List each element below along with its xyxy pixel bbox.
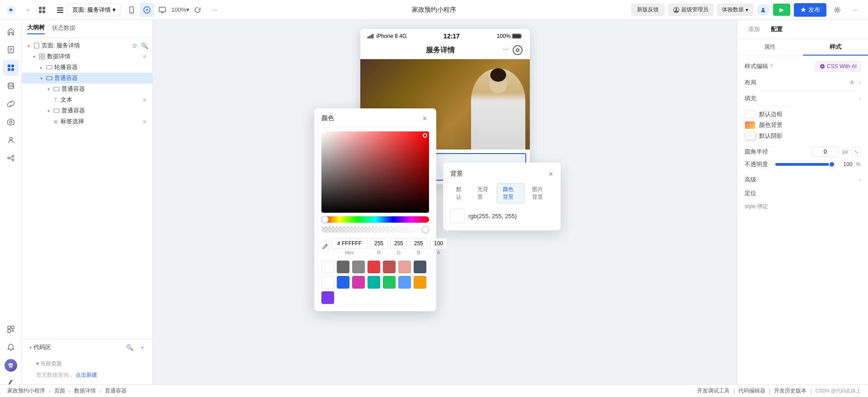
breadcrumb-app[interactable]: 家政预约小程序 xyxy=(7,387,45,395)
swatch-orange[interactable] xyxy=(414,276,426,289)
properties-subtab[interactable]: 属性 xyxy=(737,39,803,56)
alpha-slider[interactable] xyxy=(321,226,429,233)
corner-input[interactable] xyxy=(811,147,839,157)
a-input[interactable] xyxy=(430,238,447,249)
data-detail-reorder-icon[interactable]: ≡ xyxy=(141,52,149,61)
page-settings-icon[interactable]: ⚙ xyxy=(131,42,139,50)
hue-slider[interactable] xyxy=(321,216,429,223)
outline-tab[interactable]: 大纲树 xyxy=(27,23,45,34)
fill-expand-icon[interactable]: › xyxy=(859,95,861,102)
bg-tab-image[interactable]: 图片背景 xyxy=(526,183,553,203)
b-input[interactable] xyxy=(410,238,427,249)
desktop-device-btn[interactable] xyxy=(155,3,170,17)
plugin-icon-btn[interactable] xyxy=(3,114,19,130)
bg-tab-default[interactable]: 默认 xyxy=(450,183,470,203)
tree-item-container1[interactable]: ▾ 普通容器 xyxy=(22,73,152,84)
tablet-device-btn[interactable] xyxy=(140,3,154,17)
page-selector[interactable]: 页面: 服务详情 ▾ xyxy=(67,4,121,16)
swatch-light-blue[interactable] xyxy=(398,276,411,289)
config-tab[interactable]: 配置 xyxy=(767,23,786,35)
swatch-slate[interactable] xyxy=(414,261,426,273)
create-new-link[interactable]: 点击新建 xyxy=(75,372,97,378)
bg-popup-close-btn[interactable]: ✕ xyxy=(548,171,553,177)
bg-tab-none[interactable]: 无背景 xyxy=(472,183,495,203)
code-add-btn[interactable]: + xyxy=(138,343,147,352)
hex-input[interactable] xyxy=(331,238,368,249)
publish-btn[interactable]: 发布 xyxy=(794,3,826,17)
r-input[interactable] xyxy=(370,238,387,249)
run-btn[interactable]: ▶ xyxy=(773,4,790,16)
swatch-blue[interactable] xyxy=(337,276,349,289)
flow-icon-btn[interactable] xyxy=(3,150,19,166)
zoom-selector[interactable]: 100% ▾ xyxy=(173,3,188,17)
data-icon-btn[interactable] xyxy=(3,78,19,94)
breadcrumb-pages[interactable]: 页面 xyxy=(54,387,65,395)
dev-tools-link[interactable]: 开发调试工具 xyxy=(697,387,730,395)
swatch-green[interactable] xyxy=(383,276,396,289)
tree-item-container3[interactable]: ▾ 普通容器 xyxy=(22,105,152,116)
color-gradient-picker[interactable] xyxy=(321,131,429,213)
bg-color-swatch[interactable] xyxy=(450,209,465,223)
code-search-btn[interactable]: 🔍 xyxy=(125,343,134,352)
home-icon-btn[interactable] xyxy=(3,23,19,40)
code-editor-link[interactable]: 代码编辑器 xyxy=(738,387,765,395)
shadow-swatch[interactable] xyxy=(745,132,755,140)
layout-eye-icon[interactable]: 👁 xyxy=(849,79,855,86)
components-icon-btn[interactable] xyxy=(3,60,19,76)
layout-expand-icon[interactable]: › xyxy=(859,79,861,86)
breadcrumb-data-detail[interactable]: 数据详情 xyxy=(74,387,96,395)
swatch-light-gray[interactable] xyxy=(352,261,365,273)
style-help-icon[interactable]: ? xyxy=(770,63,773,70)
swatch-gray[interactable] xyxy=(337,261,349,273)
tree-item-page[interactable]: ▾ 页面: 服务详情 ⚙ 🔍 xyxy=(22,40,152,51)
breadcrumb-container[interactable]: 普通容器 xyxy=(105,387,127,395)
tabbar-reorder-icon[interactable]: ≡ xyxy=(141,117,149,126)
gradient-cursor[interactable] xyxy=(423,133,427,138)
text-reorder-icon[interactable]: ≡ xyxy=(141,96,149,104)
code-section-header[interactable]: ▾ 代码区 🔍 + xyxy=(22,339,152,355)
feedback-btn[interactable]: 新版反馈 xyxy=(631,4,665,16)
swatch-white-2[interactable] xyxy=(321,276,334,289)
color-picker-close-btn[interactable]: ✕ xyxy=(420,114,429,123)
back-button[interactable]: ← xyxy=(22,5,35,15)
grid-view-btn[interactable] xyxy=(35,3,49,17)
corner-expand-btn[interactable]: ⤡ xyxy=(852,147,861,156)
extension-icon-btn[interactable] xyxy=(3,321,19,337)
swatch-dark-red[interactable] xyxy=(383,261,396,273)
border-swatch[interactable] xyxy=(745,110,755,118)
swatch-pink[interactable] xyxy=(398,261,411,273)
add-tab[interactable]: 添加 xyxy=(745,23,764,35)
history-link[interactable]: 开发历史版本 xyxy=(774,387,807,395)
user-icon-btn[interactable] xyxy=(3,132,19,148)
swatch-magenta[interactable] xyxy=(352,276,365,289)
g-input[interactable] xyxy=(390,238,407,249)
phone-device-btn[interactable] xyxy=(124,3,139,17)
styles-subtab[interactable]: 样式 xyxy=(803,39,868,56)
more-btn[interactable]: ··· xyxy=(208,3,222,17)
eyedropper-btn[interactable] xyxy=(321,240,329,253)
list-view-btn[interactable] xyxy=(53,3,67,17)
swatch-purple[interactable] xyxy=(321,291,334,304)
tree-item-text[interactable]: T 文本 ≡ xyxy=(22,94,152,105)
settings-btn[interactable] xyxy=(830,3,844,17)
avatar-circle[interactable] xyxy=(757,4,769,16)
tree-item-data-detail[interactable]: ▾ 数据详情 ≡ xyxy=(22,51,152,62)
swatch-red[interactable] xyxy=(368,261,380,273)
bg-tab-color[interactable]: 颜色背景 xyxy=(497,183,524,203)
opacity-slider[interactable] xyxy=(775,163,835,166)
data-btn[interactable]: 体验数据 ▾ xyxy=(717,4,753,16)
more-options-btn[interactable]: ··· xyxy=(848,3,863,17)
advanced-expand-icon[interactable]: › xyxy=(859,177,861,183)
page-search-icon[interactable]: 🔍 xyxy=(141,42,149,50)
pages-icon-btn[interactable] xyxy=(3,42,19,58)
css-ai-btn[interactable]: CSS With AI xyxy=(816,61,861,71)
swatch-white[interactable] xyxy=(321,261,334,273)
link-icon-btn[interactable] xyxy=(3,96,19,112)
tree-item-carousel[interactable]: ▸ 轮播容器 xyxy=(22,62,152,73)
tree-item-tabbar[interactable]: ⊞ 标签选择 ≡ xyxy=(22,116,152,127)
refresh-btn[interactable] xyxy=(190,3,205,17)
avatar-icon-btn[interactable]: 管 xyxy=(3,357,19,374)
notification-icon-btn[interactable] xyxy=(3,339,19,355)
state-tab[interactable]: 状态数据 xyxy=(52,24,75,34)
color-bg-swatch[interactable] xyxy=(745,121,755,129)
